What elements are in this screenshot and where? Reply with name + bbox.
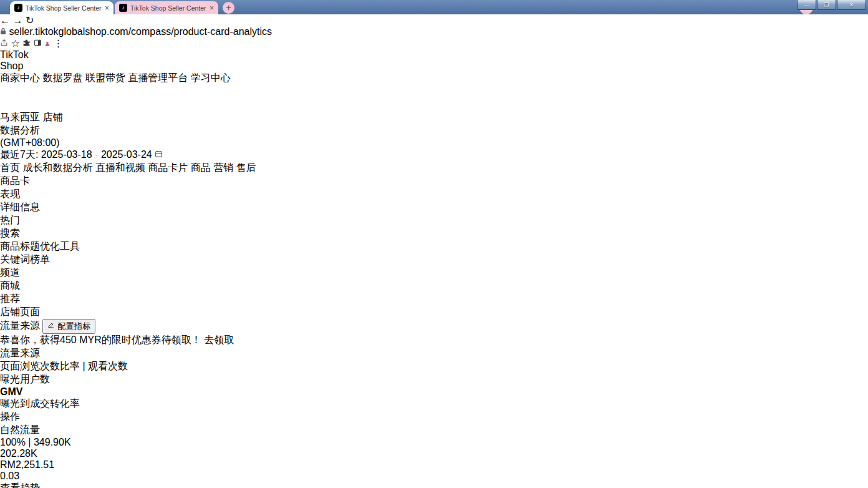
nav-item-compass[interactable]: 数据罗盘	[42, 72, 82, 83]
traffic-source-card: 流量来源 配置指标 恭喜你，获得450 MYR的限时优惠券待领取！ 去领取 流量…	[0, 319, 868, 488]
tab-live-video[interactable]: 直播和视频	[95, 162, 145, 173]
table-row-organic: 自然流量 100% | 349.90K 202.28K RM2,251.51 0…	[0, 424, 868, 488]
share-icon[interactable]	[0, 39, 8, 47]
nav-item-live[interactable]: 直播管理平台	[128, 72, 188, 83]
banner-text: 恭喜你，获得450 MYR的限时优惠券待领取！	[0, 334, 201, 345]
screen: TikTok Shop Seller Center | Cr TikTok Sh…	[0, 0, 868, 488]
browser-menu-icon[interactable]: ⋮	[54, 38, 64, 49]
minimize-button[interactable]: —	[797, 0, 816, 10]
tab-title: TikTok Shop Seller Center | Cr	[26, 4, 102, 12]
forward-button[interactable]: →	[12, 15, 22, 26]
url-host: seller.tiktokglobalshop.com	[9, 26, 128, 37]
nav-item-affiliate[interactable]: 联盟带货	[85, 72, 125, 83]
claim-coupon-link[interactable]: 去领取	[204, 334, 234, 345]
sidebar-item-trending[interactable]: 热门	[0, 214, 868, 227]
sidebar-section-channel: 频道	[0, 266, 868, 280]
headset-icon[interactable]	[0, 85, 11, 95]
traffic-table-header: 流量来源 页面浏览次数比率 | 观看次数 曝光用户数 GMV	[0, 347, 868, 424]
calendar-icon	[155, 150, 163, 158]
sidebar-section-search: 搜索	[0, 227, 868, 240]
bell-icon[interactable]	[0, 98, 10, 109]
tiktok-favicon	[119, 4, 127, 12]
sidebar-item-shop-page[interactable]: 店铺页面	[0, 306, 868, 319]
nav-item-academy[interactable]: 学习中心	[191, 72, 231, 83]
view-trend-link[interactable]: 查看趋势	[0, 482, 40, 488]
close-button[interactable]: ✕	[837, 0, 866, 10]
sidebar-item-title-optimizer[interactable]: 商品标题优化工具	[0, 240, 868, 253]
sidebar-item-details[interactable]: 详细信息	[0, 201, 868, 214]
bookmark-star-icon[interactable]: ☆	[11, 38, 19, 49]
analytics-tabs: 首页 成长和数据分析 直播和视频 商品卡片 商品 营销 售后	[0, 162, 868, 175]
sidebar: 商品卡 表现 详细信息 热门 搜索 商品标题优化工具 关键词榜单 频道 商城 推…	[0, 175, 868, 319]
maximize-button[interactable]: ❐	[817, 0, 836, 10]
browser-titlebar: TikTok Shop Seller Center | Cr TikTok Sh…	[0, 0, 868, 14]
new-tab-button[interactable]	[223, 2, 234, 14]
edit-icon	[47, 321, 55, 329]
tab-product-card[interactable]: 商品卡片	[148, 162, 188, 173]
timezone-label: (GMT+08:00)	[0, 137, 60, 148]
toolbar-icons: ☆ ⋮	[0, 37, 868, 49]
window-controls: — ❐ ✕	[796, 0, 866, 10]
coupon-banner: 恭喜你，获得450 MYR的限时优惠券待领取！ 去领取	[0, 334, 868, 347]
store-switcher[interactable]: 马来西亚 店铺	[0, 111, 868, 124]
sidebar-item-performance[interactable]: 表现	[0, 188, 868, 201]
date-range-picker[interactable]: 最近7天: 2025-03-18 - 2025-03-24	[0, 149, 868, 162]
traffic-source-title: 流量来源	[0, 320, 40, 331]
sidebar-section-product-card: 商品卡	[0, 175, 868, 188]
profile-avatar-icon[interactable]	[44, 38, 51, 49]
main-content: 流量来源 配置指标 恭喜你，获得450 MYR的限时优惠券待领取！ 去领取 流量…	[0, 319, 868, 488]
sidebar-item-mall[interactable]: 商城	[0, 280, 868, 293]
tab-title: TikTok Shop Seller Center | Cr	[130, 4, 206, 12]
nav-item-seller-center[interactable]: 商家中心	[0, 72, 40, 83]
sidebar-item-keyword-ranking[interactable]: 关键词榜单	[0, 253, 868, 266]
browser-toolbar: ← → ↻ seller.tiktokglobalshop.com/compas…	[0, 14, 868, 49]
tiktok-favicon	[14, 4, 22, 12]
back-button[interactable]: ←	[0, 15, 10, 26]
configure-metrics-button[interactable]: 配置指标	[42, 319, 95, 334]
address-bar[interactable]: seller.tiktokglobalshop.com/compass/prod…	[0, 26, 868, 37]
reload-button[interactable]: ↻	[26, 15, 34, 26]
url-path: /compass/product-card-analytics	[128, 26, 272, 37]
extensions-icon[interactable]	[22, 39, 31, 47]
browser-tab-2[interactable]: TikTok Shop Seller Center | Cr	[115, 1, 218, 14]
tab-marketing[interactable]: 营销	[213, 162, 233, 173]
close-tab-icon[interactable]	[210, 4, 214, 12]
tab-products[interactable]: 商品	[191, 162, 211, 173]
page-title: 数据分析	[0, 124, 868, 137]
tab-after-sale[interactable]: 售后	[236, 162, 256, 173]
tiktok-shop-logo[interactable]: TikTok Shop	[0, 49, 868, 72]
browser-tab-1[interactable]: TikTok Shop Seller Center | Cr	[10, 1, 113, 14]
close-tab-icon[interactable]	[105, 4, 109, 12]
lock-icon	[0, 27, 6, 35]
traffic-table: 流量来源 页面浏览次数比率 | 观看次数 曝光用户数 GMV	[0, 347, 868, 488]
tab-growth[interactable]: 成长和数据分析	[22, 162, 92, 173]
sidebar-item-recommend[interactable]: 推荐	[0, 293, 868, 306]
tab-home[interactable]: 首页	[0, 162, 20, 173]
tiktok-shop-nav: TikTok Shop 商家中心 数据罗盘 联盟带货 直播管理平台 学习中心 马…	[0, 49, 868, 124]
side-panel-icon[interactable]	[34, 39, 42, 47]
page-header: 数据分析 (GMT+08:00) 最近7天: 2025-03-18 - 2025…	[0, 124, 868, 175]
